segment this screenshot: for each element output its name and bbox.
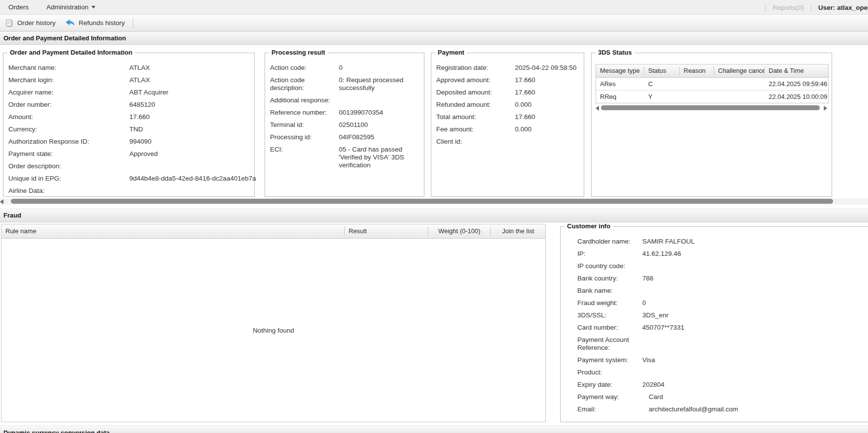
field-value: architecturefalfoul@gmail.com [642,405,738,413]
arrow-left-icon[interactable] [596,106,599,111]
field-row: Order number:6485120 [8,101,254,109]
toolbar: Order history Refunds history [0,15,868,31]
refunds-history-button[interactable]: Refunds history [60,16,130,30]
field-label: 3DS/SSL: [577,311,642,319]
tds-cell: 22.04.2025 09:59:46 [765,80,827,88]
tds-cell: Y [644,93,680,100]
tds-table-header: Message type Status Reason Challenge can… [596,64,828,78]
field-label: Acquirer name: [8,89,129,96]
tds-col-status: Status [644,66,680,75]
field-row: 3DS/SSL:3DS_enr [577,311,868,319]
field-row: Fee amount:0.000 [436,125,584,133]
fraud-table-body: Nothing found [1,239,545,422]
tds-status-legend: 3DS Status [596,49,634,56]
payment-panel: Payment Registration date:2025-04-22 09:… [431,53,584,197]
field-row: Refunded amount:0.000 [436,101,584,109]
scrollbar-thumb[interactable] [11,199,833,204]
field-label: Payment Account Reference: [577,336,639,352]
field-row: Payment way:Card [577,393,868,401]
menu-orders-label: Orders [8,3,29,11]
menu-separator [765,4,766,11]
field-label: Airline Data: [8,187,129,195]
field-row: Processing id:04IF082595 [270,133,424,141]
field-row: Amount:17.660 [8,113,254,121]
field-row: Registration date:2025-04-22 09:58:50 [436,64,584,72]
arrow-right-icon[interactable] [824,106,827,111]
section-header-order-details: Order and Payment Detailed Information [0,31,868,45]
tds-col-challenge-cancel: Challenge cancel [714,66,765,75]
reports-link[interactable]: Reports(0) [773,4,804,11]
arrow-left-icon[interactable] [0,199,3,204]
field-value: ABT Acquirer [129,89,168,96]
order-history-label: Order history [17,19,56,27]
field-label: Fee amount: [436,125,515,133]
processing-result-legend: Processing result [269,49,328,56]
menu-item-orders[interactable]: Orders [5,3,31,11]
field-label: Action code: [270,64,339,72]
field-label: Action code description: [270,76,339,92]
field-label: Client id: [436,138,515,146]
field-row: Airline Data: [8,187,254,195]
field-row: Unique id in EPG:9d44b4e8-dda5-42ed-8416… [8,175,254,183]
field-label: Deposited amount: [436,89,515,96]
field-label: Fraud weight: [577,299,642,307]
fraud-col-result: Result [345,226,428,236]
section-header-label: Order and Payment Detailed Information [3,34,126,42]
tds-cell: 22.04.2025 10:00:09 [765,93,827,100]
field-label: Cardholder name: [577,238,642,246]
field-label: Order number: [8,101,129,109]
field-value: 450707**7331 [642,324,685,332]
field-row: Deposited amount:17.660 [436,89,584,96]
field-value: 0: Request processed successfully [339,76,419,92]
field-label: Order description: [8,162,129,170]
tds-table-row: ARes C 22.04.2025 09:59:46 [596,78,828,91]
chevron-down-icon [91,6,95,8]
fraud-col-weight: Weight (0-100) [428,226,491,236]
field-value: ATLAX [129,76,150,84]
field-value: 0.000 [515,125,532,133]
field-value: 6485120 [129,101,155,109]
field-value: 02501100 [339,121,419,129]
main-horizontal-scrollbar[interactable] [0,198,868,205]
field-value [339,96,419,104]
menubar-right-group: Reports(0) User: atlax_operat [765,0,868,15]
field-value: 0.000 [515,101,532,109]
field-value: ATLAX [129,64,150,72]
order-history-button[interactable]: Order history [0,16,60,30]
field-row: Total amount:17.660 [436,113,584,121]
field-row: Acquirer name:ABT Acquirer [8,89,254,96]
field-label: ECI: [270,146,339,169]
toolbar-separator [133,18,133,29]
field-row: Payment system:Visa [577,356,868,364]
field-row: Bank country:788 [577,275,868,282]
tds-horizontal-scrollbar[interactable] [596,105,827,111]
field-row: IP:41.62.129.46 [577,250,868,258]
field-value: 202804 [642,381,664,389]
field-value: 788 [642,275,654,282]
field-label: Expiry date: [577,381,642,389]
section-header-label: Dynamic currency conversion data [3,429,110,433]
field-row: Expiry date:202804 [577,381,868,389]
fraud-col-join-the-list: Join the list [491,226,545,236]
field-label: Authorization Response ID: [8,138,129,146]
fraud-col-rule-name: Rule name [1,226,345,236]
field-label: Payment way: [577,393,642,401]
field-row: Product: [577,369,868,376]
menu-administration-label: Administration [46,3,89,11]
field-row: Approved amount:17.660 [436,76,584,84]
field-value: Approved [129,150,158,158]
menu-item-administration[interactable]: Administration [43,3,98,11]
field-value: 17.660 [515,113,535,121]
field-row: Cardholder name:SAMIR FALFOUL [577,238,868,246]
field-label: Merchant login: [8,76,129,84]
field-row: Payment Account Reference: [577,336,868,352]
field-row: Client id: [436,138,584,146]
field-value: 17.660 [515,76,535,84]
field-label: IP country code: [577,262,642,270]
field-row: Reference number:001399070354 [270,109,424,117]
scrollbar-thumb[interactable] [601,105,820,110]
field-label: Product: [577,369,642,376]
field-row: Currency:TND [8,125,254,133]
field-label: Processing id: [270,133,339,141]
field-label: Unique id in EPG: [8,175,129,183]
